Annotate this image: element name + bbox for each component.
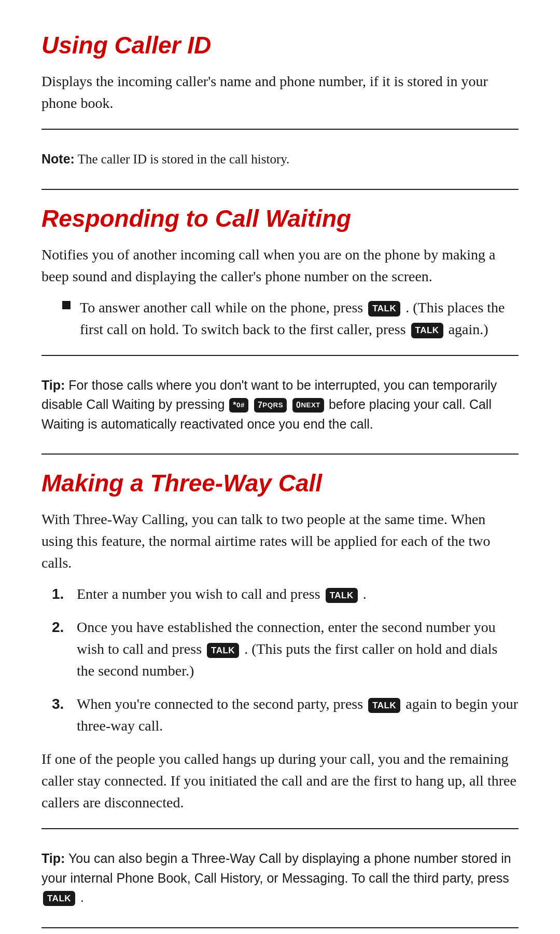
divider-5 [41, 828, 519, 829]
divider-6 [41, 927, 519, 928]
divider-2 [41, 189, 519, 190]
divider-3 [41, 355, 519, 356]
bullet-icon [62, 301, 71, 309]
section-title-caller-id: Using Caller ID [41, 31, 519, 59]
three-way-body: With Three-Way Calling, you can talk to … [41, 509, 519, 574]
tip-label-2: Tip: [41, 851, 65, 866]
step-3-text: When you're connected to the second part… [77, 693, 519, 737]
three-way-tip: Tip: You can also begin a Three-Way Call… [41, 844, 519, 913]
divider-4 [41, 454, 519, 455]
step-2-text: Once you have established the connection… [77, 616, 519, 682]
key-0-btn: 0NEXT [292, 398, 324, 413]
step-2: 2. Once you have established the connect… [52, 616, 519, 682]
step-3: 3. When you're connected to the second p… [52, 693, 519, 737]
bullet-text-before: To answer another call while on the phon… [80, 299, 363, 315]
caller-id-note-label: Note: [41, 152, 75, 166]
content-area: Using Caller ID Displays the incoming ca… [41, 31, 519, 934]
divider-1 [41, 129, 519, 130]
tip-label-1: Tip: [41, 378, 65, 392]
talk-button-6: TALK [43, 891, 75, 906]
talk-button-4: TALK [207, 643, 239, 658]
page-wrapper: Using Caller ID Displays the incoming ca… [41, 31, 519, 934]
key-star-btn: *0# [229, 398, 248, 413]
three-way-closing: If one of the people you called hangs up… [41, 748, 519, 814]
call-waiting-tip: Tip: For those calls where you don't wan… [41, 370, 519, 439]
section-title-call-waiting: Responding to Call Waiting [41, 204, 519, 232]
key-7-btn: 7PQRS [254, 398, 287, 413]
talk-button-1: TALK [368, 301, 400, 317]
step-1-num: 1. [52, 583, 67, 605]
talk-button-5: TALK [368, 698, 400, 713]
caller-id-note-text: The caller ID is stored in the call hist… [75, 152, 289, 166]
three-way-steps: 1. Enter a number you wish to call and p… [52, 583, 519, 737]
call-waiting-body: Notifies you of another incoming call wh… [41, 244, 519, 287]
talk-button-3: TALK [326, 588, 358, 603]
step-1-text: Enter a number you wish to call and pres… [77, 583, 367, 605]
call-waiting-bullet: To answer another call while on the phon… [62, 297, 519, 340]
step-2-num: 2. [52, 616, 67, 638]
step-1: 1. Enter a number you wish to call and p… [52, 583, 519, 605]
caller-id-body: Displays the incoming caller's name and … [41, 71, 519, 114]
step-3-num: 3. [52, 693, 67, 715]
bullet-text: To answer another call while on the phon… [80, 297, 519, 340]
section-title-three-way: Making a Three-Way Call [41, 469, 519, 497]
caller-id-note: Note: The caller ID is stored in the cal… [41, 144, 519, 174]
talk-button-2: TALK [411, 323, 443, 338]
